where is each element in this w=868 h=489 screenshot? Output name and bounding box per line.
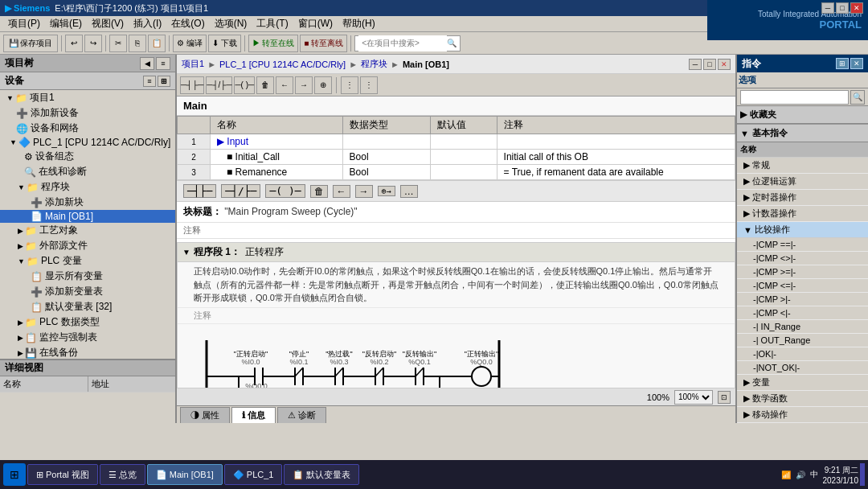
ed-btn-more1[interactable]: ⋮ (341, 76, 358, 94)
tree-item-main-ob1[interactable]: 📄 Main [OB1] (0, 210, 175, 223)
download-btn[interactable]: ⬇ 下载 (208, 35, 241, 52)
editor-close-btn[interactable]: ✕ (718, 59, 731, 70)
tree-item-show-all-vars[interactable]: 📋 显示所有变量 (0, 269, 175, 284)
cmd-search-input[interactable] (740, 90, 849, 105)
panel-menu-btn[interactable]: ≡ (156, 57, 170, 70)
save-btn[interactable]: 💾 保存项目 (3, 35, 58, 52)
menu-tools[interactable]: 工具(T) (252, 15, 293, 32)
undo-btn[interactable]: ↩ (65, 35, 83, 52)
cmd-item-cmp-lt[interactable]: -|CMP <|- (737, 306, 868, 320)
device-expand-btn[interactable]: ⊞ (158, 76, 170, 87)
minimize-btn[interactable]: ─ (821, 2, 834, 14)
rung-btn-parallel[interactable]: ⊕→ (378, 186, 395, 196)
cmd-item-timer[interactable]: ▶定时器操作 (737, 190, 868, 206)
menu-window[interactable]: 窗口(W) (293, 15, 338, 32)
paste-btn[interactable]: 📋 (148, 35, 166, 52)
taskbar-btn-overview[interactable]: ☰ 总览 (100, 464, 145, 485)
taskbar-btn-main-ob1[interactable]: 📄 Main [OB1] (147, 464, 223, 485)
taskbar-btn-default-table[interactable]: 📋 默认变量表 (284, 464, 359, 485)
tree-item-online-diag[interactable]: 🔍 在线和诊断 (0, 164, 175, 179)
tree-item-add-block[interactable]: ➕ 添加新块 (0, 195, 175, 210)
editor-minimize-btn[interactable]: ─ (689, 59, 702, 70)
rung-btn-del[interactable]: 🗑 (310, 185, 328, 198)
cmd-item-counter[interactable]: ▶计数器操作 (737, 206, 868, 222)
tree-item-device-config[interactable]: ⚙ 设备组态 (0, 149, 175, 164)
ed-btn-arrow-right[interactable]: → (295, 76, 313, 94)
go-online-btn[interactable]: ▶ 转至在线 (248, 35, 299, 52)
cmd-item-cmp-le[interactable]: -|CMP <=|- (737, 279, 868, 293)
cmd-item-cmp-ge[interactable]: -|CMP >=|- (737, 265, 868, 279)
tree-item-external[interactable]: ▶ 📁 外部源文件 (0, 238, 175, 253)
cmd-section-basic-header[interactable]: ▼ 基本指令 (737, 125, 868, 142)
close-btn[interactable]: ✕ (850, 2, 863, 14)
tree-item-network[interactable]: 🌐 设备和网络 (0, 121, 175, 136)
tree-item-default-table[interactable]: 📋 默认变量表 [32] (0, 299, 175, 314)
menu-project[interactable]: 项目(P) (3, 15, 45, 32)
ed-btn-coil[interactable]: ─( )─ (234, 76, 255, 94)
ed-btn-contact-no[interactable]: ─┤├─ (180, 76, 204, 94)
zoom-fit-btn[interactable]: ⊡ (718, 391, 731, 404)
rung-btn-left[interactable]: ← (333, 185, 350, 198)
tree-item-backup[interactable]: ▶ 💾 在线备份 (0, 345, 175, 359)
copy-btn[interactable]: ⎘ (129, 35, 146, 52)
cmd-item-cmp-gt[interactable]: -|CMP >|- (737, 293, 868, 306)
menu-edit[interactable]: 编辑(E) (45, 15, 87, 32)
ed-btn-branch[interactable]: ⊕ (314, 76, 332, 94)
menu-insert[interactable]: 插入(I) (129, 15, 166, 32)
cmd-item-variable[interactable]: ▶变量 (737, 375, 868, 391)
tree-item-plc-vars[interactable]: ▼ 📁 PLC 变量 (0, 253, 175, 269)
ed-btn-arrow-left[interactable]: ← (276, 76, 293, 94)
rung-btn-more[interactable]: … (400, 185, 418, 198)
tree-item-plc[interactable]: ▼ 🔷 PLC_1 [CPU 1214C AC/DC/Rly] (0, 136, 175, 149)
rung-btn-contact-no[interactable]: ─┤├─ (183, 184, 216, 198)
tab-info[interactable]: ℹ 信息 (231, 407, 276, 423)
ed-btn-contact-nc[interactable]: ─┤/├─ (206, 76, 232, 94)
tab-diagnostics[interactable]: ⚠ 诊断 (277, 407, 326, 423)
tree-item-add-vartable[interactable]: ➕ 添加新变量表 (0, 284, 175, 299)
zoom-select[interactable]: 100% 75% 150% (674, 390, 713, 405)
cmd-item-in-range[interactable]: -| IN_Range (737, 320, 868, 334)
device-view-btn[interactable]: ≡ (143, 76, 156, 87)
rung-btn-coil[interactable]: ─( )─ (265, 184, 305, 198)
show-desktop-btn[interactable] (860, 463, 865, 486)
taskbar-btn-plc1[interactable]: 🔷 PLC_1 (224, 464, 283, 485)
cmd-item-bit-logic[interactable]: ▶位逻辑运算 (737, 174, 868, 190)
cmd-item-cmp-eq[interactable]: -|CMP ==|- (737, 238, 868, 252)
cmd-item-math[interactable]: ▶数学函数 (737, 391, 868, 407)
taskbar-btn-portal[interactable]: ⊞ Portal 视图 (27, 464, 98, 485)
tree-item-project[interactable]: ▼ 📁 项目1 (0, 90, 175, 105)
tree-item-plc-types[interactable]: ▶ 📁 PLC 数据类型 (0, 314, 175, 330)
tree-item-add-device[interactable]: ➕ 添加新设备 (0, 105, 175, 121)
cmd-item-out-range[interactable]: -| OUT_Range (737, 334, 868, 347)
cmd-item-not-ok[interactable]: -|NOT_OK|- (737, 361, 868, 375)
tree-item-monitor[interactable]: ▶ 📋 监控与强制表 (0, 330, 175, 345)
cmd-section-favorites-header[interactable]: ▶ 收藏夹 (737, 106, 868, 124)
cmd-item-ok[interactable]: -|OK|- (737, 347, 868, 361)
search-input[interactable] (358, 35, 447, 51)
ed-btn-more2[interactable]: ⋮ (360, 76, 378, 94)
menu-online[interactable]: 在线(O) (166, 15, 209, 32)
right-options-btn[interactable]: ⊞ (836, 58, 849, 69)
tree-item-program-blocks[interactable]: ▼ 📁 程序块 (0, 179, 175, 195)
taskbar-start-btn[interactable]: ⊞ (3, 463, 26, 486)
compile-btn[interactable]: ⚙ 编译 (173, 35, 207, 52)
cmd-item-compare[interactable]: ▼比较操作 (737, 222, 868, 238)
panel-expand-btn[interactable]: ◀ (140, 57, 154, 70)
menu-help[interactable]: 帮助(H) (338, 15, 380, 32)
menu-view[interactable]: 视图(V) (87, 15, 129, 32)
rung-btn-contact-nc[interactable]: ─┤/├─ (221, 184, 260, 198)
tree-item-tech[interactable]: ▶ 📁 工艺对象 (0, 223, 175, 238)
go-offline-btn[interactable]: ■ 转至离线 (300, 35, 347, 52)
editor-restore-btn[interactable]: □ (703, 59, 716, 70)
redo-btn[interactable]: ↪ (84, 35, 102, 52)
cmd-search-icon[interactable]: 🔍 (850, 90, 865, 105)
maximize-btn[interactable]: □ (836, 2, 849, 14)
cmd-item-cmp-ne[interactable]: -|CMP <>|- (737, 252, 868, 265)
ed-btn-delete[interactable]: 🗑 (256, 76, 274, 94)
cmd-item-move[interactable]: ▶移动操作 (737, 407, 868, 423)
cut-btn[interactable]: ✂ (109, 35, 127, 52)
menu-options[interactable]: 选项(N) (210, 15, 252, 32)
cmd-item-general[interactable]: ▶常规 (737, 158, 868, 174)
right-close-icon[interactable]: ✕ (850, 58, 863, 69)
tab-properties[interactable]: ◑ 属性 (180, 407, 230, 423)
